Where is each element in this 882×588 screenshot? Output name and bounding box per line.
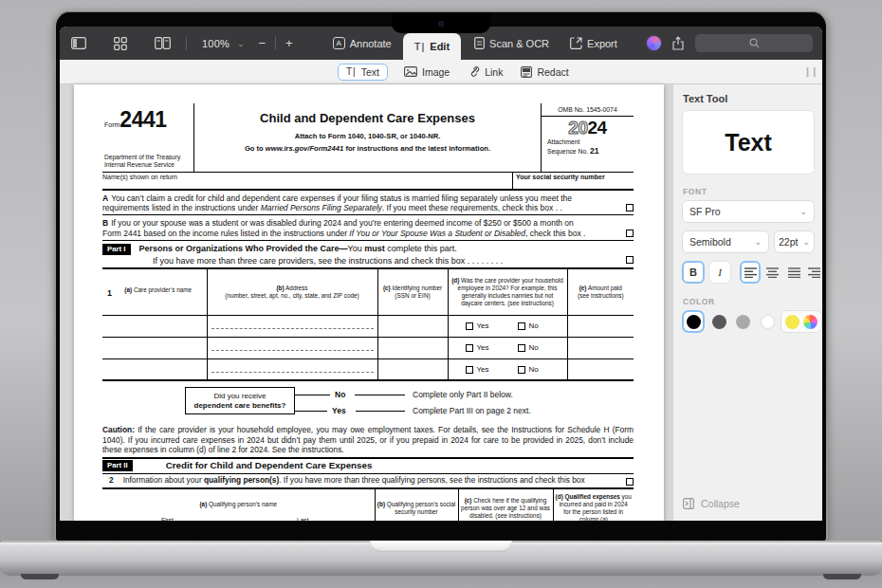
connector-line — [355, 395, 405, 395]
color-wheel-picker[interactable] — [803, 315, 818, 329]
agency-line1: Department of the Treasury — [104, 154, 180, 161]
provider-id-field[interactable] — [377, 358, 448, 380]
image-tool-label: Image — [422, 66, 450, 78]
part1-checkbox[interactable] — [626, 256, 634, 264]
yes-checkbox[interactable] — [466, 344, 473, 352]
bold-button-selected[interactable]: B — [682, 261, 705, 284]
redact-tool-button[interactable]: Redact — [521, 66, 568, 78]
tab-scan-ocr[interactable]: Scan & OCR — [474, 37, 549, 49]
tab-edit-active[interactable]: T| Edit — [403, 33, 461, 60]
thumbnail-view-button[interactable] — [114, 37, 127, 50]
form-word: Form — [104, 121, 119, 128]
text-tool-panel: Text Tool Text FONT SF Pro ⌄ Semibold ⌄ … — [672, 84, 822, 521]
color-black-selected[interactable] — [682, 310, 705, 333]
q-col-d-header: (d) Qualified expenses you incurred and … — [553, 488, 634, 521]
line-a-checkbox[interactable] — [626, 204, 634, 211]
share-icon — [672, 36, 684, 50]
align-justify-button[interactable] — [783, 261, 804, 284]
laptop-screen: 100% ⌄ − + A Annotate T| Edit Scan & OCR — [54, 11, 828, 541]
yes-checkbox[interactable] — [466, 366, 473, 374]
redact-tool-label: Redact — [537, 66, 568, 78]
search-input[interactable] — [695, 34, 813, 52]
tab-export[interactable]: Export — [570, 37, 617, 49]
ai-assistant-button[interactable] — [647, 36, 661, 50]
scan-ocr-label: Scan & OCR — [489, 38, 549, 49]
link-tool-button[interactable]: Link — [468, 65, 503, 78]
yes-checkbox[interactable] — [466, 322, 473, 330]
last-name-label: Last — [297, 517, 308, 521]
attach-instruction: Attach to Form 1040, 1040-SR, or 1040-NR… — [194, 132, 541, 140]
image-icon — [404, 66, 417, 77]
provider-address-field[interactable] — [207, 337, 377, 358]
form-title: Child and Dependent Care Expenses — [194, 111, 541, 126]
provider-amount-field[interactable] — [567, 337, 634, 358]
text-tool-button-selected[interactable]: T| Text — [338, 64, 388, 81]
zoom-in-button[interactable]: + — [285, 36, 293, 50]
align-center-button[interactable] — [762, 261, 782, 284]
provider-address-field[interactable] — [207, 315, 377, 337]
color-white[interactable] — [761, 315, 775, 329]
align-left-button-selected[interactable] — [740, 261, 761, 284]
form-number: 2441 — [119, 107, 166, 132]
provider-id-field[interactable] — [377, 337, 448, 358]
webcam — [438, 21, 444, 27]
line-b-checkbox[interactable] — [626, 230, 634, 237]
color-section-label: COLOR — [683, 297, 715, 306]
font-family-select[interactable]: SF Pro ⌄ — [682, 200, 815, 223]
form-title-block: Child and Dependent Care Expenses Attach… — [194, 103, 542, 172]
tab-annotate[interactable]: A Annotate — [333, 37, 392, 49]
provider-name-field[interactable] — [102, 315, 207, 337]
color-dark-gray[interactable] — [712, 315, 726, 329]
search-icon — [749, 38, 760, 48]
font-weight-select[interactable]: Semibold ⌄ — [682, 230, 769, 253]
col-e-header: (e) Amount paid(see instructions) — [567, 269, 634, 315]
first-name-label: First — [161, 517, 174, 521]
document-canvas[interactable]: Form2441 Department of the Treasury Inte… — [60, 84, 672, 521]
no-checkbox[interactable] — [518, 322, 525, 330]
connector-line — [295, 395, 330, 395]
laptop-notch — [392, 12, 490, 33]
provider-amount-field[interactable] — [567, 358, 634, 380]
color-yellow[interactable] — [785, 315, 799, 329]
laptop-foot — [823, 574, 861, 579]
panel-resize-handle[interactable]: ❙❙ — [803, 66, 818, 77]
goto-instruction: Go to www.irs.gov/Form2441 for instructi… — [194, 144, 541, 153]
image-tool-button[interactable]: Image — [404, 66, 450, 78]
tax-year: 2024 — [542, 118, 634, 139]
provider-address-field[interactable] — [207, 358, 377, 380]
color-gray[interactable] — [736, 315, 750, 329]
line-a: AYou can’t claim a credit for child and … — [102, 191, 634, 215]
no-branch-label: No — [335, 390, 345, 399]
ssn-field-label[interactable]: Your social security number — [512, 173, 634, 189]
align-right-icon — [808, 267, 820, 278]
line-2-checkbox[interactable] — [626, 478, 634, 486]
omb-block: OMB No. 1545-0074 2024 Attachment Sequen… — [542, 103, 634, 172]
zoom-level-value: 100% — [202, 38, 230, 49]
provider-amount-field[interactable] — [567, 315, 634, 337]
line-b-italic: If You or Your Spouse Was a Student or D… — [349, 229, 525, 238]
share-button[interactable] — [672, 36, 684, 50]
col-c-header: (c) Identifying number(SSN or EIN) — [377, 269, 448, 315]
zoom-level-dropdown[interactable]: 100% ⌄ — [202, 38, 244, 49]
pdf-page[interactable]: Form2441 Department of the Treasury Inte… — [74, 84, 664, 521]
line-2: 2Information about your qualifying perso… — [102, 474, 634, 488]
sidebar-toggle-button[interactable] — [71, 37, 86, 49]
no-checkbox[interactable] — [518, 366, 525, 374]
no-checkbox[interactable] — [518, 344, 525, 352]
irs-url: www.irs.gov/Form2441 — [266, 144, 343, 153]
two-page-view-button[interactable] — [155, 37, 171, 49]
q-col-a-header: (a) Qualifying person’s name First Last — [102, 488, 375, 521]
no-branch-text: Complete only Part II below. — [413, 390, 513, 399]
align-right-button[interactable] — [803, 261, 822, 284]
benefits-decision-diagram: Did you receive dependent care benefits?… — [102, 381, 634, 425]
part1-badge: Part I — [102, 244, 131, 255]
zoom-out-button[interactable]: − — [258, 36, 266, 50]
provider-id-field[interactable] — [377, 315, 448, 337]
names-field-label[interactable]: Name(s) shown on return — [102, 173, 512, 189]
toolbar-divider — [275, 36, 276, 50]
provider-name-field[interactable] — [102, 337, 207, 358]
collapse-panel-button[interactable]: Collapse — [683, 498, 740, 509]
provider-name-field[interactable] — [102, 358, 207, 380]
font-size-select[interactable]: 22pt ⌄ — [774, 230, 815, 253]
italic-button[interactable]: I — [708, 261, 731, 284]
